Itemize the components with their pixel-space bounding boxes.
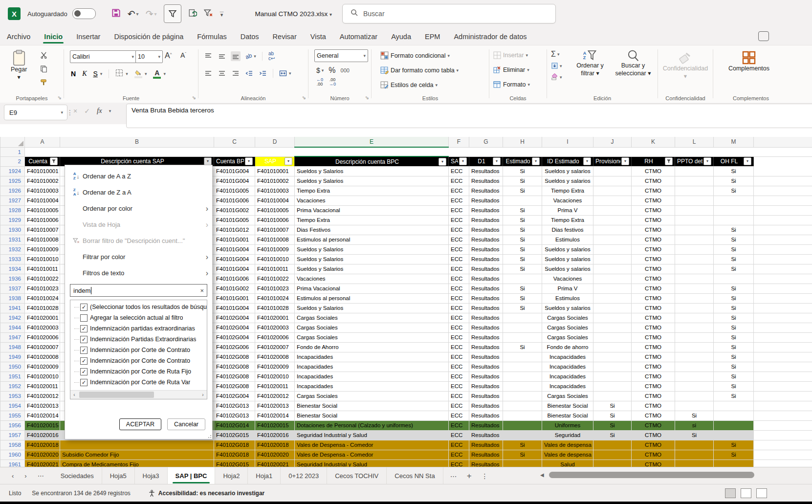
horizontal-scrollbar-thumb[interactable] [549,472,754,478]
cell[interactable]: CTMO [632,323,675,332]
cell[interactable]: F401020001 [25,313,60,323]
cell[interactable]: F40101G002 [214,284,255,293]
cell[interactable] [754,391,812,401]
ribbon-tab[interactable]: Ayuda [384,29,418,45]
cell[interactable]: F401020018 [25,440,60,450]
fill-color-dropdown-icon[interactable]: ▾ [145,71,147,76]
cell[interactable]: F401010008 [25,235,60,244]
cell[interactable] [714,420,754,430]
cell[interactable] [593,391,632,401]
cell[interactable]: F401010001 [255,166,295,176]
cell[interactable] [675,225,714,235]
cell[interactable] [503,313,542,323]
borders-icon[interactable] [115,69,123,79]
cell[interactable]: CTMO [632,352,675,362]
cell[interactable] [675,264,714,274]
table-column-header[interactable]: SAP ▾ [449,156,469,166]
cell[interactable] [593,205,632,215]
column-letter-header[interactable]: A [25,137,60,147]
cell[interactable]: F40102G015 [214,430,255,440]
cell[interactable]: CTMO [632,284,675,293]
cell[interactable]: Cargas Sociales [295,323,449,332]
shrink-font-icon[interactable]: Aˇ [180,51,186,59]
cell[interactable]: Resultados [469,420,503,430]
cell[interactable]: Tiempo Extra [542,215,593,225]
cell[interactable]: Si [714,186,754,196]
cell[interactable]: F401010011 [25,264,60,274]
cell[interactable] [593,460,632,467]
cell[interactable]: CTMO [632,176,675,186]
column-letter-header[interactable]: J [593,137,632,147]
column-letter-header[interactable]: G [469,137,503,147]
cell[interactable]: Resultados [469,264,503,274]
cell[interactable]: F401020001 [255,313,295,323]
cell[interactable]: F40102G014 [214,420,255,430]
cell[interactable]: CTMO [632,430,675,440]
column-letter-header[interactable]: M [714,137,754,147]
cell[interactable]: Prima Vacacional [295,205,449,215]
cell[interactable]: Uniformes [542,420,593,430]
cell[interactable]: F401010022 [25,274,60,284]
cell[interactable] [593,450,632,460]
cell[interactable]: Si [675,430,714,440]
ribbon-tab[interactable]: Disposición de página [107,29,190,45]
cell[interactable]: Estimulos al personal [295,293,449,303]
cell[interactable] [754,352,812,362]
orientation-dropdown-icon[interactable]: ▾ [254,54,256,59]
table-column-header[interactable]: Cuenta ▾ [25,156,60,166]
cell[interactable]: CTMO [632,225,675,235]
table-column-header[interactable]: ID Estimado ▾ [542,156,593,166]
paste-dropdown-icon[interactable]: ▾ [18,74,21,82]
row-header[interactable]: 1 [0,147,25,156]
cell[interactable]: Si [503,342,542,352]
cell[interactable]: Resultados [469,411,503,420]
column-letter-header[interactable]: H [503,137,542,147]
cell[interactable]: Si [714,235,754,244]
cell[interactable]: F401010001 [25,166,60,176]
clear-icon[interactable]: ▾ [551,73,562,81]
cell[interactable]: CTMO [632,420,675,430]
cell[interactable]: ECC [449,196,469,205]
cell[interactable]: Bienestar Social [542,411,593,420]
cell[interactable]: F401010010 [255,254,295,264]
cell[interactable]: F401010004 [255,196,295,205]
cell[interactable]: Si [714,342,754,352]
cell[interactable] [675,205,714,215]
cell[interactable] [754,284,812,293]
cell[interactable] [593,440,632,450]
cell[interactable]: F401010003 [25,186,60,196]
accessibility-status[interactable]: Accesibilidad: es necesario investigar [148,490,264,497]
cell[interactable]: F401020012 [255,391,295,401]
cell[interactable]: Resultados [469,391,503,401]
cell[interactable] [754,254,812,264]
filter-button[interactable]: ▾ [583,157,591,165]
column-letter-header[interactable]: D [255,137,295,147]
cell[interactable] [754,381,812,391]
cell[interactable]: CTMO [632,342,675,352]
row-header[interactable]: 1953 [0,391,25,401]
cell[interactable] [754,235,812,244]
cell[interactable]: Si [593,401,632,411]
cell[interactable]: ECC [449,342,469,352]
row-header[interactable]: 1927 [0,196,25,205]
more-sheets-icon[interactable]: ⋯ [450,472,457,480]
cell[interactable]: F401010005 [25,205,60,215]
cell[interactable]: F40102G004 [214,391,255,401]
cell[interactable] [593,332,632,342]
cell[interactable]: Resultados [469,225,503,235]
addins-button[interactable]: Complementos [722,50,776,73]
filter-menu-item[interactable]: AZ ZA ↓ Filtrar por color › [65,249,212,265]
font-color-dropdown-icon[interactable]: ▾ [163,71,166,76]
cancel-button[interactable]: Cancelar [167,418,205,430]
filter-button[interactable]: ▾ [493,157,501,165]
cut-icon[interactable] [40,51,47,61]
cell[interactable]: Si [503,225,542,235]
cell[interactable]: F40102G018 [214,440,255,450]
cell[interactable] [593,235,632,244]
cell[interactable]: Si [714,391,754,401]
cell[interactable]: Bienestar Social [295,401,449,411]
cell[interactable]: Si [503,440,542,450]
cell[interactable]: ECC [449,244,469,254]
cell[interactable] [675,176,714,186]
cell[interactable]: Si [714,225,754,235]
